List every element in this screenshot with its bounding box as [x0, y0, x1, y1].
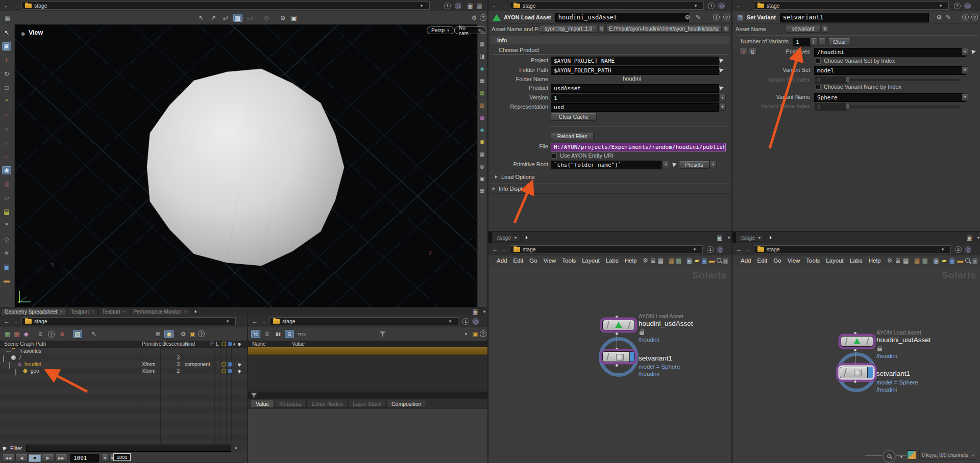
node-name-label[interactable]: houdini_usdAsset: [639, 320, 693, 327]
col-kind[interactable]: Kind: [185, 341, 195, 347]
table-view-icon[interactable]: [902, 256, 910, 265]
tree-view-icon[interactable]: [153, 330, 162, 338]
select-prim-icon[interactable]: [238, 369, 242, 373]
help-icon[interactable]: ?: [723, 14, 730, 20]
folder-path-jump-icon[interactable]: [719, 67, 724, 72]
node-output-dot[interactable]: [853, 348, 857, 352]
row-label[interactable]: Favorites: [20, 348, 41, 354]
network-dot-icon[interactable]: [708, 256, 716, 265]
menu-go[interactable]: Go: [770, 258, 784, 264]
network-dot-icon[interactable]: [956, 256, 964, 265]
node-name-label[interactable]: setvariant1: [639, 354, 672, 362]
pane-number-badge[interactable]: 1: [707, 246, 714, 253]
forward-icon[interactable]: [500, 245, 509, 253]
node-name-label[interactable]: setvariant1: [876, 370, 910, 377]
path-tab[interactable]: stage: [754, 2, 949, 10]
back-icon[interactable]: [491, 2, 500, 10]
view-menu-icon[interactable]: [18, 30, 28, 38]
set-variant-node-selected[interactable]: [840, 367, 873, 378]
snap-multi-icon[interactable]: [2, 152, 11, 161]
options-caret-icon[interactable]: [461, 330, 471, 338]
primitive-root-field[interactable]: `chs("folder_name")`: [551, 161, 662, 169]
display-shade-icon[interactable]: [478, 64, 486, 72]
filter-funnel-icon[interactable]: [251, 393, 257, 398]
back-icon[interactable]: [734, 2, 744, 10]
product-jump-icon[interactable]: [719, 85, 724, 90]
display-lights-icon[interactable]: [478, 138, 486, 146]
table-row-geo[interactable]: geo Xform 2: [0, 368, 247, 374]
row-label[interactable]: houdini: [24, 361, 41, 368]
representation-field[interactable]: usd: [551, 103, 719, 112]
tool-bookmark-icon[interactable]: [2, 276, 11, 285]
path-caret-icon[interactable]: [690, 245, 699, 253]
asset-name-dropdown[interactable]: setvariant: [786, 25, 821, 33]
tool-select-icon[interactable]: [2, 29, 11, 37]
tab-geometry-spreadsheet[interactable]: Geometry Spreadsheet: [1, 308, 67, 316]
node-name-label[interactable]: houdini_usdAsset: [876, 336, 931, 344]
asset-name-updown-icon[interactable]: [822, 25, 828, 33]
forward-icon[interactable]: [259, 317, 268, 325]
gear-icon[interactable]: [683, 13, 692, 21]
network-search-icon[interactable]: [964, 257, 971, 265]
help-icon[interactable]: ?: [971, 14, 978, 20]
display-grid-icon[interactable]: [478, 40, 486, 48]
menu-add[interactable]: Add: [738, 258, 754, 264]
timeline-marker[interactable]: 1001: [113, 453, 131, 461]
operator-updown-icon[interactable]: [598, 25, 605, 33]
network-tools-icon[interactable]: [642, 256, 649, 265]
path-tab[interactable]: stage: [510, 245, 703, 253]
keys-status-button[interactable]: 0 keys, 0/0 channels: [919, 450, 977, 460]
menu-view[interactable]: View: [541, 258, 559, 264]
render-view-icon[interactable]: [278, 14, 287, 22]
path-caret-icon[interactable]: [938, 245, 947, 253]
sort-mode-icon[interactable]: [251, 330, 260, 338]
network-box-icon[interactable]: [700, 256, 708, 265]
path-tab[interactable]: stage: [270, 317, 458, 325]
shape-palette-icon[interactable]: [675, 256, 682, 265]
project-field[interactable]: $AYON_PROJECT_NAME: [551, 57, 719, 65]
gear-icon[interactable]: [935, 13, 944, 21]
active-toggle-icon[interactable]: [222, 369, 226, 373]
pane-link-icon[interactable]: [965, 246, 971, 253]
display-flag-bar[interactable]: [867, 367, 873, 378]
path-tab[interactable]: stage: [21, 317, 236, 325]
forward-icon[interactable]: [744, 2, 753, 10]
display-normals-icon[interactable]: [478, 113, 486, 121]
display-fog-icon[interactable]: [478, 162, 486, 170]
menu-layout[interactable]: Layout: [579, 258, 603, 264]
help-icon[interactable]: ?: [198, 330, 205, 337]
pane-snapshot-icon[interactable]: [475, 2, 484, 10]
pane-display-icon[interactable]: [465, 2, 475, 10]
product-field[interactable]: usdAsset: [551, 84, 719, 93]
network-overview-icon[interactable]: [722, 256, 729, 265]
col-name[interactable]: Name: [252, 341, 266, 347]
camera-button[interactable]: No cam: [454, 27, 486, 34]
node-name-field[interactable]: setvariant1: [780, 13, 929, 22]
tool-scale-icon[interactable]: [2, 84, 11, 92]
tool-pose-icon[interactable]: [2, 97, 11, 106]
row-label[interactable]: /: [19, 354, 21, 361]
load-asset-node[interactable]: [841, 336, 873, 347]
select-prim-icon[interactable]: [238, 362, 242, 367]
node-output-dot[interactable]: [615, 332, 619, 336]
version-field[interactable]: 1: [551, 94, 719, 102]
pane-number-badge[interactable]: 1: [462, 318, 469, 325]
scenegraph-table-header[interactable]: Scene Graph Path Primitive T Descendan K…: [0, 341, 247, 348]
pane-menu-caret-icon[interactable]: [974, 234, 980, 242]
back-icon[interactable]: [2, 317, 11, 325]
inspect-icon[interactable]: [58, 330, 67, 338]
menu-edit[interactable]: Edit: [510, 258, 526, 264]
sticky-note-icon[interactable]: [693, 256, 701, 265]
snapshot-frame-icon[interactable]: [289, 14, 299, 22]
menu-go[interactable]: Go: [526, 258, 540, 264]
scene-sync-icon[interactable]: [73, 330, 82, 338]
menu-labs[interactable]: Labs: [847, 258, 866, 264]
display-wire-icon[interactable]: [478, 76, 486, 85]
active-toggle-icon[interactable]: [222, 362, 226, 367]
display-misc-icon[interactable]: [478, 187, 486, 195]
tool-viewstate-icon[interactable]: [2, 166, 11, 174]
menu-view[interactable]: View: [785, 258, 803, 264]
node-input-dot[interactable]: [853, 331, 857, 335]
reload-files-button[interactable]: Reload Files: [551, 132, 594, 140]
tab-textport-1[interactable]: Textport: [67, 308, 99, 316]
